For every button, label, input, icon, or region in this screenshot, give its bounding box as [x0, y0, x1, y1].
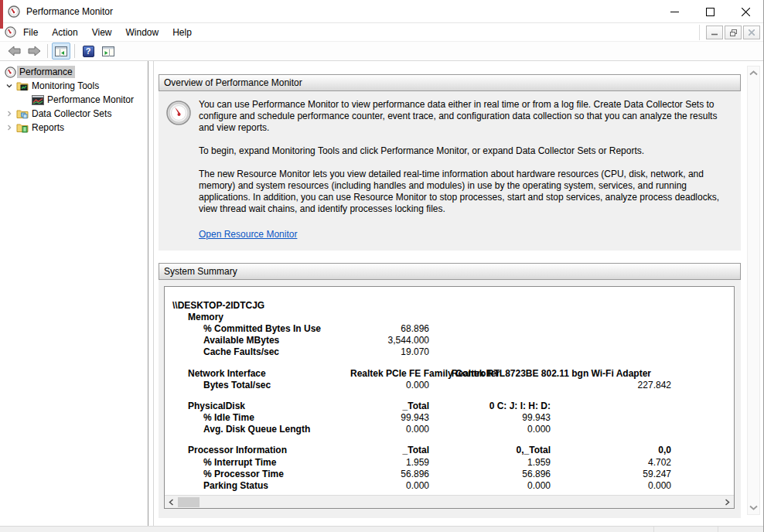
instance-header: _Total — [350, 401, 429, 411]
instance-header: 0 C: J: I: H: D: — [429, 401, 551, 411]
counter-object: PhysicalDisk — [165, 401, 350, 411]
window-title: Performance Monitor — [26, 6, 113, 17]
scroll-down-icon[interactable] — [748, 501, 759, 514]
sidebar-item-monitoring-tools[interactable]: Monitoring Tools — [0, 79, 148, 93]
system-summary-section-header: System Summary — [159, 263, 741, 280]
counter-value: 68.896 — [350, 323, 429, 334]
counter-value: 3,544.000 — [350, 335, 429, 346]
minimize-icon[interactable] — [657, 0, 692, 23]
monitoring-tools-folder-icon — [15, 80, 29, 91]
screen-edge-artifact — [0, 0, 3, 29]
sidebar-item-label[interactable]: Reports — [29, 121, 67, 134]
counter-value: 0.000 — [429, 424, 551, 435]
counter-label: % Processor Time — [165, 469, 350, 479]
sidebar-item-performance-monitor[interactable]: Performance Monitor — [0, 93, 148, 107]
instance-header: Realtek PCIe FE Family Controller — [350, 368, 429, 379]
tree-root-performance[interactable]: Performance — [0, 65, 148, 79]
overview-section-header: Overview of Performance Monitor — [159, 74, 741, 91]
scroll-up-icon[interactable] — [748, 66, 759, 80]
counter-value: 99.943 — [350, 412, 429, 423]
sidebar-item-reports[interactable]: Reports — [0, 121, 148, 135]
counter-label: Parking Status — [165, 480, 350, 491]
toolbar: ? — [0, 42, 763, 61]
counter-object: Network Interface — [165, 368, 350, 379]
menu-action[interactable]: Action — [45, 25, 84, 40]
counter-value: 0.000 — [429, 480, 551, 491]
horizontal-scrollbar[interactable] — [165, 495, 734, 508]
counter-value: 4.702 — [551, 457, 671, 468]
counter-label: % Interrupt Time — [165, 457, 350, 468]
counter-object: Memory — [165, 312, 350, 322]
data-collector-sets-folder-icon — [15, 108, 29, 119]
menu-view[interactable]: View — [85, 25, 119, 40]
counter-label: % Committed Bytes In Use — [165, 323, 350, 334]
menu-window[interactable]: Window — [119, 25, 166, 40]
vertical-scrollbar[interactable] — [747, 66, 760, 515]
menu-file[interactable]: File — [16, 25, 45, 40]
counter-value: 99.943 — [429, 412, 551, 423]
sidebar-item-label[interactable]: Performance Monitor — [45, 94, 136, 106]
back-icon[interactable] — [5, 43, 23, 60]
overview-paragraph: To begin, expand Monitoring Tools and cl… — [199, 145, 732, 157]
toolbar-separator — [74, 44, 75, 58]
chevron-collapsed-icon[interactable] — [3, 124, 15, 131]
counter-label: % Idle Time — [165, 412, 350, 423]
help-icon[interactable]: ? — [79, 43, 97, 60]
counter-value: 227.842 — [551, 380, 671, 390]
counter-value: 56.896 — [350, 469, 429, 479]
host-name: \\DESKTOP-2IDTCJG — [165, 300, 350, 311]
mdi-close-icon[interactable] — [743, 26, 760, 39]
perfmon-node-icon — [3, 66, 17, 78]
instance-header: 0,_Total — [429, 445, 551, 455]
menu-help[interactable]: Help — [165, 25, 199, 40]
chevron-expanded-icon[interactable] — [3, 82, 15, 90]
counter-value: 1.959 — [429, 457, 551, 468]
sidebar-item-label[interactable]: Monitoring Tools — [29, 80, 101, 92]
maximize-icon[interactable] — [692, 0, 728, 23]
sidebar-item-data-collector-sets[interactable]: Data Collector Sets — [0, 107, 148, 121]
pane-splitter[interactable] — [148, 61, 154, 526]
instance-header: 0,0 — [551, 445, 671, 455]
instance-header: Realtek RTL8723BE 802.11 bgn Wi-Fi Adapt… — [429, 368, 671, 379]
scroll-right-icon[interactable] — [721, 496, 734, 509]
counter-value: 1.959 — [350, 457, 429, 468]
reports-folder-icon — [15, 122, 29, 133]
window-controls — [657, 0, 763, 23]
system-summary-report: \\DESKTOP-2IDTCJG Memory % Committed Byt… — [164, 286, 735, 509]
perfmon-app-icon — [8, 5, 20, 18]
counter-label: Cache Faults/sec — [165, 346, 350, 357]
console-tree-toggle-icon[interactable] — [52, 43, 70, 60]
title-bar: Performance Monitor — [0, 0, 763, 23]
counter-label: Bytes Total/sec — [165, 380, 350, 390]
menu-bar: File Action View Window Help — [0, 23, 763, 42]
main-area: Performance Monitoring Tools Performance… — [0, 61, 763, 526]
counter-value: 59.247 — [551, 469, 671, 479]
overview-paragraph: You can use Performance Monitor to view … — [199, 99, 732, 134]
open-resource-monitor-link[interactable]: Open Resource Monitor — [199, 229, 297, 240]
performance-monitor-icon — [31, 95, 45, 105]
close-icon[interactable] — [728, 0, 763, 23]
overview-section-body: You can use Performance Monitor to view … — [159, 91, 741, 251]
console-tree: Performance Monitoring Tools Performance… — [0, 61, 148, 526]
action-pane-toggle-icon[interactable] — [99, 43, 118, 60]
counter-value: 0.000 — [350, 424, 429, 435]
perfmon-medallion-icon — [166, 99, 199, 240]
mdi-minimize-icon[interactable] — [706, 26, 723, 39]
counter-object: Processor Information — [165, 445, 350, 455]
toolbar-separator — [47, 44, 48, 58]
counter-label: Avg. Disk Queue Length — [165, 424, 350, 435]
counter-value: 56.896 — [429, 469, 551, 479]
tree-root-label[interactable]: Performance — [17, 66, 75, 78]
system-summary-body: \\DESKTOP-2IDTCJG Memory % Committed Byt… — [159, 280, 741, 518]
counter-value: 19.070 — [350, 346, 429, 357]
forward-icon[interactable] — [25, 43, 43, 60]
sidebar-item-label[interactable]: Data Collector Sets — [29, 107, 114, 120]
counter-value: 0.000 — [350, 380, 429, 390]
chevron-collapsed-icon[interactable] — [3, 110, 15, 118]
scrollbar-thumb[interactable] — [178, 497, 200, 507]
scroll-left-icon[interactable] — [165, 496, 178, 509]
details-pane: Overview of Performance Monitor — [154, 61, 763, 526]
counter-value: 0.000 — [350, 480, 429, 491]
mdi-restore-icon[interactable] — [725, 26, 742, 39]
counter-label: Available MBytes — [165, 335, 350, 346]
